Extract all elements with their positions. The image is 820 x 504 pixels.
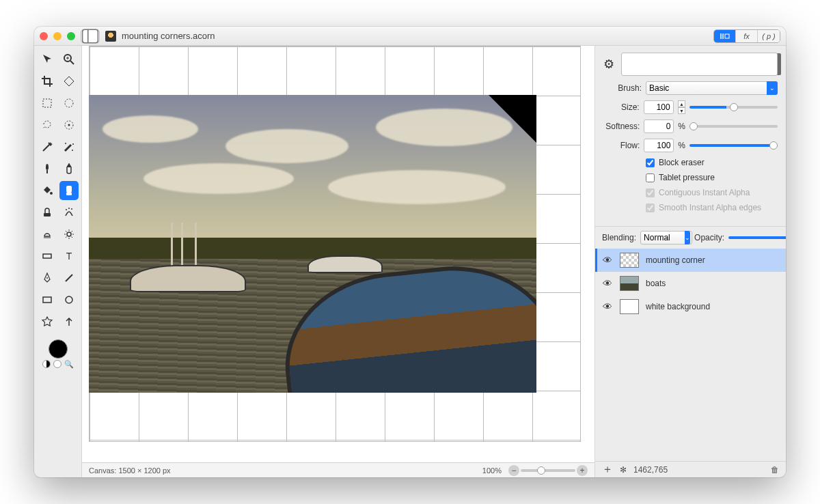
dodge-tool[interactable] xyxy=(38,225,57,244)
canvas-size-label: Canvas: 1500 × 1200 px xyxy=(89,466,171,475)
inspector-tools-tab[interactable] xyxy=(714,30,736,42)
sidebar-toggle-button[interactable] xyxy=(81,29,100,43)
contiguous-alpha-checkbox: Contiguous Instant Alpha xyxy=(646,188,778,197)
star-shape-tool[interactable] xyxy=(38,312,57,331)
svg-rect-16 xyxy=(66,186,72,193)
pen-tool[interactable] xyxy=(38,268,57,288)
size-stepper[interactable]: ▲▼ xyxy=(678,100,685,114)
cursor-coords-label: 1462,765 xyxy=(633,465,668,475)
layer-name-label: boats xyxy=(646,279,666,288)
layer-row[interactable]: 👁white background xyxy=(595,295,786,318)
svg-point-20 xyxy=(71,208,72,210)
poly-lasso-tool[interactable] xyxy=(59,115,79,135)
quick-mask-tool[interactable] xyxy=(59,137,79,156)
swap-colors-icon[interactable] xyxy=(42,360,51,368)
layer-row[interactable]: 👁boats xyxy=(595,272,786,295)
lasso-tool[interactable] xyxy=(38,115,57,135)
minimize-window-button[interactable] xyxy=(53,32,62,40)
canvas-area: Canvas: 1500 × 1200 px 100% − + xyxy=(82,46,594,477)
size-label: Size: xyxy=(603,102,640,112)
layer-visibility-icon[interactable]: 👁 xyxy=(602,301,613,312)
move-tool[interactable] xyxy=(38,50,57,69)
layer-fx-button[interactable]: ✻ xyxy=(620,465,627,475)
svg-rect-23 xyxy=(43,254,51,258)
blending-select[interactable]: Normal xyxy=(640,231,692,244)
rect-select-tool[interactable] xyxy=(38,94,57,113)
opacity-slider[interactable] xyxy=(728,236,786,239)
canvas-viewport[interactable] xyxy=(82,46,594,462)
flow-slider[interactable] xyxy=(689,144,778,147)
paintbrush-tool[interactable] xyxy=(38,159,57,178)
ellipse-select-tool[interactable] xyxy=(59,94,79,113)
svg-rect-17 xyxy=(66,193,72,195)
zoom-in-button[interactable]: + xyxy=(577,465,588,476)
brush-preview[interactable] xyxy=(621,53,778,76)
flow-field[interactable] xyxy=(644,139,674,152)
softness-slider[interactable] xyxy=(689,125,778,128)
arrow-shape-tool[interactable] xyxy=(59,312,79,331)
zoom-tool[interactable] xyxy=(59,50,79,69)
layer-visibility-icon[interactable]: 👁 xyxy=(602,255,613,266)
svg-point-11 xyxy=(65,143,66,144)
layer-thumbnail xyxy=(620,253,639,268)
inspector-mode-segmented[interactable]: fx ( p ) xyxy=(713,29,780,43)
window-controls xyxy=(40,32,75,40)
tool-options-gear-icon[interactable]: ⚙ xyxy=(603,57,614,72)
line-tool[interactable] xyxy=(59,268,79,288)
svg-line-26 xyxy=(66,275,72,281)
svg-point-19 xyxy=(66,209,67,210)
color-picker-icon[interactable]: 🔍 xyxy=(64,360,74,368)
size-field[interactable] xyxy=(644,100,674,114)
eraser-tool[interactable] xyxy=(59,181,79,200)
fill-tool[interactable] xyxy=(38,181,57,200)
svg-point-25 xyxy=(46,277,48,279)
svg-line-4 xyxy=(70,61,74,64)
layers-list: 👁mounting corner👁boats👁white background xyxy=(595,249,786,461)
crop-tool[interactable] xyxy=(38,72,57,91)
tablet-pressure-checkbox[interactable]: Tablet pressure xyxy=(646,173,778,182)
flow-unit: % xyxy=(678,141,685,150)
layer-row[interactable]: 👁mounting corner xyxy=(595,249,786,272)
document-title: mounting corners.acorn xyxy=(122,31,215,41)
inspector-fx-tab[interactable]: fx xyxy=(736,30,758,42)
layer-name-label: mounting corner xyxy=(646,255,705,265)
layer-visibility-icon[interactable]: 👁 xyxy=(602,278,613,289)
text-tool[interactable]: T xyxy=(59,247,79,266)
delete-layer-button[interactable]: 🗑 xyxy=(771,465,779,475)
add-layer-button[interactable]: ＋ xyxy=(602,462,613,477)
transform-tool[interactable] xyxy=(59,72,79,91)
magic-wand-tool[interactable] xyxy=(38,137,57,156)
clone-stamp-tool[interactable] xyxy=(38,203,57,222)
zoom-window-button[interactable] xyxy=(67,32,75,40)
softness-field[interactable] xyxy=(644,120,674,133)
block-eraser-checkbox[interactable]: Block eraser xyxy=(646,158,778,167)
titlebar: mounting corners.acorn fx ( p ) xyxy=(34,27,786,46)
background-color-swatch[interactable] xyxy=(53,360,62,368)
brush-select[interactable]: Basic xyxy=(646,81,774,95)
smudge-tool[interactable] xyxy=(59,203,79,222)
tool-palette: T 🔍 xyxy=(34,46,82,477)
zoom-slider[interactable] xyxy=(521,469,575,472)
opacity-label: Opacity: xyxy=(694,233,724,242)
svg-rect-0 xyxy=(83,29,98,43)
inspector-p-tab[interactable]: ( p ) xyxy=(758,30,780,42)
pencil-tool[interactable] xyxy=(59,159,79,178)
svg-rect-2 xyxy=(725,34,729,38)
svg-point-13 xyxy=(72,150,73,151)
foreground-color-swatch[interactable] xyxy=(49,339,68,359)
svg-rect-18 xyxy=(44,213,51,216)
document-image xyxy=(89,95,536,393)
burn-tool[interactable] xyxy=(59,225,79,244)
svg-point-28 xyxy=(66,296,72,303)
close-window-button[interactable] xyxy=(40,32,48,40)
size-slider[interactable] xyxy=(689,106,778,109)
gradient-tool[interactable] xyxy=(38,247,57,266)
rect-shape-tool[interactable] xyxy=(38,290,57,309)
svg-point-22 xyxy=(67,232,71,236)
zoom-out-button[interactable]: − xyxy=(508,465,519,476)
blending-label: Blending: xyxy=(602,233,636,242)
ellipse-shape-tool[interactable] xyxy=(59,290,79,309)
zoom-percent-label: 100% xyxy=(482,466,502,475)
svg-text:T: T xyxy=(66,251,72,262)
svg-point-10 xyxy=(68,124,70,126)
